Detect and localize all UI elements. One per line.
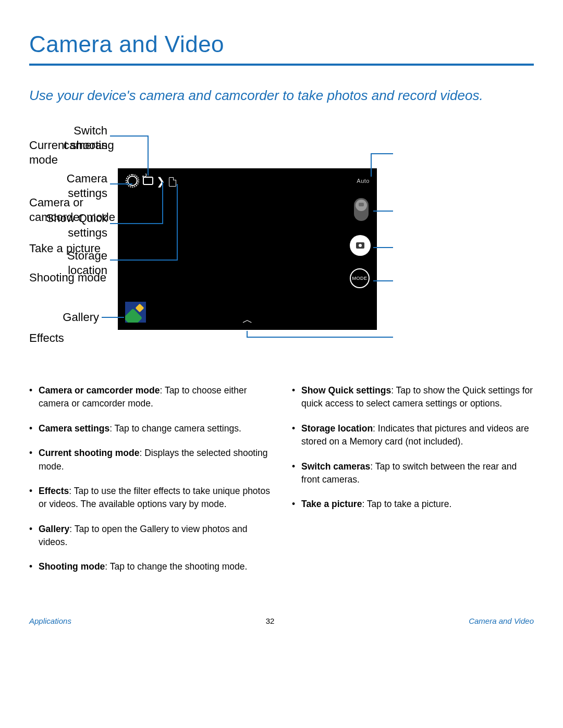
footer-page-number: 32 xyxy=(266,616,275,625)
left-column: Camera or camcorder mode: Tap to choose … xyxy=(29,384,271,585)
bullet-item: Current shooting mode: Displays the sele… xyxy=(29,447,271,473)
bullet-desc: : Tap to take a picture. xyxy=(362,499,451,509)
intro-text: Use your device's camera and camcorder t… xyxy=(29,87,534,105)
sdcard-icon xyxy=(169,177,176,187)
bullet-term: Current shooting mode xyxy=(39,448,139,458)
bullet-desc: : Tap to change camera settings. xyxy=(109,423,241,434)
mode-button: MODE xyxy=(350,268,370,288)
shutter-button xyxy=(350,235,371,256)
manual-page: Camera and Video Use your device's camer… xyxy=(0,0,563,641)
bullet-term: Storage location xyxy=(301,423,373,434)
right-column: Show Quick settings: Tap to show the Qui… xyxy=(292,384,534,585)
bullet-desc: : Tap to change the shooting mode. xyxy=(105,561,247,572)
bullet-desc: : Tap to open the Gallery to view photos… xyxy=(39,524,248,547)
bullet-list-left: Camera or camcorder mode: Tap to choose … xyxy=(29,384,271,574)
bullet-term: Camera or camcorder mode xyxy=(39,385,160,396)
bullet-term: Shooting mode xyxy=(39,561,105,572)
bullet-item: Effects: Tap to use the filter effects t… xyxy=(29,485,271,511)
bullet-term: Show Quick settings xyxy=(301,385,391,396)
auto-mode-label: Auto xyxy=(357,178,370,184)
chevron-up-icon: ︿ xyxy=(242,313,253,327)
label-cam-or-camcorder: Camera or camcorder mode xyxy=(29,195,133,224)
label-effects: Effects xyxy=(29,331,133,346)
camera-diagram: ❯ Auto MODE ︿ xyxy=(29,124,534,353)
bullet-item: Take a picture: Tap to take a picture. xyxy=(292,498,534,511)
bullet-term: Switch cameras xyxy=(301,461,370,472)
footer-right: Camera and Video xyxy=(469,616,534,625)
bullet-term: Camera settings xyxy=(39,423,109,434)
bullet-desc: : Tap to use the filter effects to take … xyxy=(39,486,270,509)
gallery-thumb-icon xyxy=(125,302,146,323)
bullet-item: Show Quick settings: Tap to show the Qui… xyxy=(292,384,534,411)
footer-left: Applications xyxy=(29,616,71,625)
switch-camera-icon xyxy=(142,176,153,186)
bullet-item: Camera or camcorder mode: Tap to choose … xyxy=(29,384,271,411)
label-take-picture: Take a picture xyxy=(29,241,144,256)
bullet-item: Switch cameras: Tap to switch between th… xyxy=(292,460,534,487)
bullet-item: Gallery: Tap to open the Gallery to view… xyxy=(29,523,271,549)
bullet-term: Gallery xyxy=(39,524,69,534)
description-columns: Camera or camcorder mode: Tap to choose … xyxy=(29,384,534,585)
bullet-item: Storage location: Indicates that picture… xyxy=(292,422,534,449)
camera-camcorder-toggle xyxy=(354,198,369,221)
label-gallery: Gallery xyxy=(29,310,99,325)
title-rule xyxy=(29,64,534,66)
page-footer: Applications 32 Camera and Video xyxy=(29,616,534,625)
bullet-item: Camera settings: Tap to change camera se… xyxy=(29,422,271,435)
page-title: Camera and Video xyxy=(29,31,534,57)
label-shooting-mode: Shooting mode xyxy=(29,270,133,285)
bullet-list-right: Show Quick settings: Tap to show the Qui… xyxy=(292,384,534,511)
bullet-item: Shooting mode: Tap to change the shootin… xyxy=(29,560,271,573)
camera-screen: ❯ Auto MODE ︿ xyxy=(118,168,377,330)
bullet-term: Take a picture xyxy=(301,499,362,509)
chevron-right-icon: ❯ xyxy=(156,175,165,188)
bullet-term: Effects xyxy=(39,486,69,496)
label-current-mode: Current shooting mode xyxy=(29,138,133,167)
gear-icon xyxy=(127,176,138,186)
